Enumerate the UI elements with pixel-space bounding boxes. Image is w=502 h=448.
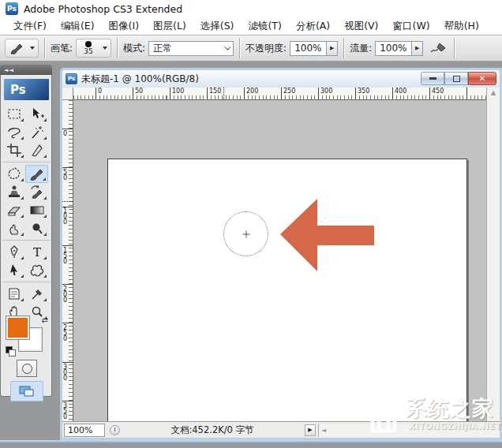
horizontal-ruler: 0 50 100 150 200 250 300 350 400 450	[73, 88, 486, 100]
separator	[239, 38, 240, 58]
menu-edit[interactable]: 编辑(E)	[54, 18, 102, 35]
panel-collapse-bar[interactable]: ◄◄	[0, 65, 52, 75]
history-brush-tool[interactable]	[25, 183, 48, 201]
photoshop-app: Ps Adobe Photoshop CS3 Extended 文件(F) 编辑…	[0, 0, 502, 448]
status-options-button[interactable]: ▶	[305, 424, 316, 436]
dropdown-arrow-icon	[103, 47, 107, 50]
minimize-icon	[429, 77, 436, 80]
menu-image[interactable]: 图像(I)	[102, 18, 146, 35]
dodge-icon	[28, 221, 46, 236]
menu-layer[interactable]: 图层(L)	[146, 18, 193, 35]
eyedropper-icon	[28, 286, 46, 301]
slice-icon	[28, 143, 46, 158]
menu-window[interactable]: 窗口(W)	[386, 18, 437, 35]
minimize-button[interactable]	[421, 72, 444, 85]
pen-icon	[6, 245, 23, 259]
h-ruler-label: 50	[135, 88, 143, 95]
scroll-up-icon[interactable]: ▲	[487, 89, 500, 96]
restore-button[interactable]	[444, 72, 468, 85]
menu-help[interactable]: 帮助(H)	[437, 18, 486, 35]
document-window: Ps 未标题-1 @ 100%(RGB/8) ✕ 0 50 100 150 20…	[60, 68, 502, 440]
flow-input[interactable]: 100%	[375, 41, 411, 56]
horizontal-scrollbar[interactable]: ◄	[318, 424, 500, 437]
smudge-tool[interactable]	[2, 219, 25, 237]
separator	[454, 38, 455, 58]
custom-shape-tool[interactable]	[25, 261, 48, 279]
h-ruler-label: 200	[246, 88, 258, 95]
menu-file[interactable]: 文件(F)	[6, 18, 54, 35]
screen-mode-button[interactable]	[10, 381, 43, 401]
close-button[interactable]: ✕	[468, 72, 496, 85]
v-ruler-label: 250	[63, 325, 70, 342]
brush-dot-icon	[85, 41, 92, 47]
lasso-tool[interactable]	[2, 123, 25, 141]
healing-brush-tool[interactable]	[2, 165, 25, 183]
scroll-left-icon[interactable]: ◄	[321, 427, 326, 434]
path-selection-tool[interactable]	[2, 261, 25, 279]
dodge-tool[interactable]	[25, 219, 48, 237]
brush-size-picker[interactable]: 35	[76, 39, 111, 58]
slice-tool[interactable]	[25, 141, 48, 159]
svg-text:T: T	[33, 245, 41, 259]
brush-preview: 35	[80, 41, 97, 55]
rectangular-marquee-tool[interactable]	[2, 105, 25, 123]
default-colors-icon[interactable]	[6, 346, 16, 357]
menu-select[interactable]: 选择(S)	[193, 18, 242, 35]
clone-stamp-tool[interactable]	[2, 183, 25, 201]
eraser-tool[interactable]	[2, 201, 25, 219]
opacity-input[interactable]: 100%	[290, 41, 326, 56]
opacity-label: 不透明度:	[245, 42, 287, 55]
blend-mode-value: 正常	[153, 42, 172, 55]
brush-tool[interactable]	[25, 165, 48, 183]
tool-grid: T	[2, 105, 51, 321]
menu-view[interactable]: 视图(V)	[337, 18, 385, 35]
window-controls: ✕	[421, 72, 496, 85]
opacity-slider-button[interactable]: ▶	[326, 41, 338, 56]
chevron-down-icon	[224, 43, 230, 50]
app-icon: Ps	[6, 2, 18, 15]
crop-icon	[6, 143, 23, 158]
move-tool[interactable]	[25, 105, 48, 123]
h-ruler-label: 150	[209, 88, 221, 95]
eyedropper-tool[interactable]	[25, 285, 48, 303]
flow-slider-button[interactable]: ▶	[411, 41, 423, 56]
airbrush-toggle[interactable]	[429, 41, 448, 55]
pen-tool[interactable]	[2, 243, 25, 261]
document-titlebar[interactable]: Ps 未标题-1 @ 100%(RGB/8) ✕	[62, 70, 500, 88]
h-ruler-label: 350	[358, 88, 369, 95]
gradient-tool[interactable]	[25, 201, 48, 219]
swap-colors-icon[interactable]: ⇄	[42, 315, 48, 324]
blend-mode-select[interactable]: 正常	[148, 41, 234, 56]
v-ruler-label: 100	[63, 208, 70, 225]
magic-wand-tool[interactable]	[25, 123, 48, 141]
quick-mask-button[interactable]	[17, 360, 37, 377]
note-icon	[6, 286, 23, 301]
canvas-artwork	[108, 159, 468, 431]
vertical-scrollbar[interactable]: ▲	[486, 88, 500, 421]
menu-filter[interactable]: 滤镜(T)	[241, 18, 288, 35]
foreground-color-swatch[interactable]	[6, 316, 29, 339]
h-ruler-label: 300	[320, 88, 332, 95]
ps-logo: Ps	[4, 79, 49, 100]
tool-preset-picker[interactable]	[5, 39, 39, 58]
v-ruler-label: 350	[63, 403, 70, 420]
canvas[interactable]	[107, 159, 467, 430]
separator	[44, 38, 45, 58]
brush-cursor	[223, 211, 268, 256]
type-tool[interactable]: T	[25, 243, 48, 261]
notes-tool[interactable]	[2, 285, 25, 303]
move-icon	[28, 106, 46, 121]
brush-size-value: 35	[84, 48, 92, 55]
stamp-icon	[6, 185, 23, 200]
crop-tool[interactable]	[2, 141, 25, 159]
menu-analysis[interactable]: 分析(A)	[289, 18, 337, 35]
v-ruler-label: 200	[63, 286, 70, 303]
zoom-input[interactable]: 100%	[64, 424, 105, 437]
separator	[117, 38, 118, 58]
ruler-corner[interactable]	[62, 88, 73, 100]
tool-group-separator	[2, 159, 51, 162]
document-size-info: 文档:452.2K/0 字节	[120, 424, 305, 436]
status-bar: 100% 文档:452.2K/0 字节 ▶ ◄	[62, 421, 500, 438]
options-bar: 画笔: 35 模式: 正常 不透明度: 100% ▶ 流量: 100% ▶	[0, 35, 502, 62]
quick-mask-icon	[22, 364, 32, 374]
